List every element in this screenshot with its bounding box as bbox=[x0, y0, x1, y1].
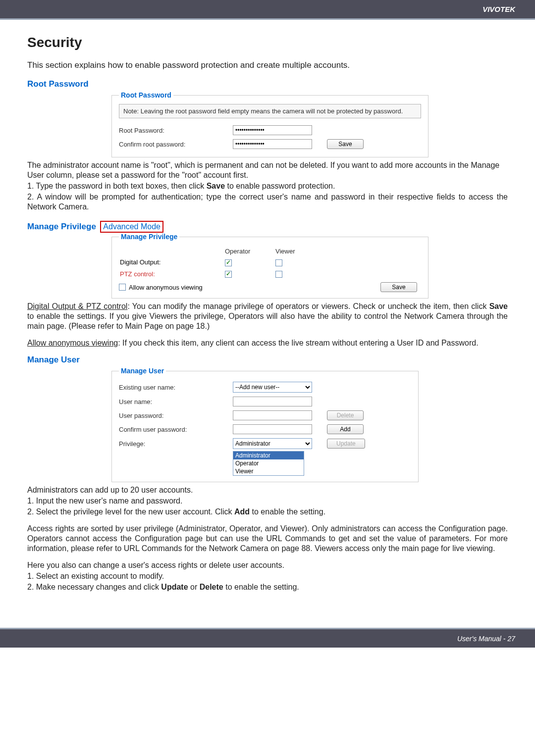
manage-privilege-label: Manage Privilege bbox=[27, 222, 96, 231]
confirm-user-pw-label: Confirm user password: bbox=[119, 426, 233, 433]
header-bar: VIVOTEK bbox=[0, 0, 535, 20]
mu-l5: 1. Select an existing account to modify. bbox=[27, 571, 508, 581]
brand-text: VIVOTEK bbox=[482, 5, 515, 13]
user-password-label: User password: bbox=[119, 412, 233, 419]
operator-header: Operator bbox=[225, 247, 274, 256]
page-content: Security This section explains how to en… bbox=[0, 20, 535, 613]
footer-bar: User's Manual - 27 bbox=[0, 628, 535, 648]
manage-user-fieldset: Manage User Existing user name: --Add ne… bbox=[111, 367, 419, 482]
privilege-option-operator[interactable]: Operator bbox=[233, 459, 304, 467]
ptz-control-label: PTZ control: bbox=[120, 269, 224, 280]
privilege-label: Privilege: bbox=[119, 440, 233, 448]
mu-l1: Administrators can add up to 20 user acc… bbox=[27, 485, 508, 495]
priv-p2: Allow anonymous viewing: If you check th… bbox=[27, 338, 508, 348]
root-pw-p2: 1. Type the password in both text boxes,… bbox=[27, 181, 508, 191]
root-password-section: Root Password bbox=[27, 79, 508, 91]
confirm-user-password-input[interactable] bbox=[233, 424, 312, 434]
user-name-input[interactable] bbox=[233, 397, 312, 406]
privilege-select[interactable]: Administrator bbox=[233, 438, 312, 449]
add-button[interactable]: Add bbox=[327, 424, 364, 434]
manage-privilege-fieldset: Manage Privilege Operator Viewer Digital… bbox=[111, 233, 428, 299]
table-row: PTZ control: bbox=[120, 269, 420, 280]
privilege-dropdown-open[interactable]: Administrator Operator Viewer bbox=[233, 451, 304, 476]
root-password-fieldset: Root Password Note: Leaving the root pas… bbox=[111, 91, 428, 157]
manage-user-legend: Manage User bbox=[119, 367, 166, 375]
root-password-note: Note: Leaving the root password field em… bbox=[119, 104, 421, 118]
mu-l4: Here you also can change a user's access… bbox=[27, 560, 508, 570]
root-password-save-button[interactable]: Save bbox=[327, 139, 364, 149]
digital-output-operator-checkbox[interactable] bbox=[225, 259, 232, 266]
privilege-option-viewer[interactable]: Viewer bbox=[233, 467, 304, 475]
root-password-label: Root Password bbox=[27, 79, 111, 89]
update-button[interactable]: Update bbox=[327, 439, 365, 449]
priv-p1: Digital Output & PTZ control: You can mo… bbox=[27, 302, 508, 331]
table-row: Digital Output: bbox=[120, 257, 420, 268]
manage-privilege-save-button[interactable]: Save bbox=[380, 282, 417, 292]
user-name-label: User name: bbox=[119, 398, 233, 405]
delete-button[interactable]: Delete bbox=[327, 410, 364, 420]
digital-output-label: Digital Output: bbox=[120, 257, 224, 268]
existing-user-label: Existing user name: bbox=[119, 384, 233, 391]
intro-text: This section explains how to enable pass… bbox=[27, 60, 508, 70]
manage-user-body: Administrators can add up to 20 user acc… bbox=[27, 485, 508, 592]
advanced-mode-badge: Advanced Mode bbox=[100, 221, 163, 233]
viewer-header: Viewer bbox=[275, 247, 325, 256]
mu-l3: 2. Select the privilege level for the ne… bbox=[27, 507, 508, 517]
privilege-table: Operator Viewer Digital Output: PTZ cont… bbox=[119, 246, 421, 280]
root-pw-p1: The administrator account name is "root"… bbox=[27, 160, 508, 180]
digital-output-viewer-checkbox[interactable] bbox=[275, 259, 282, 266]
privilege-option-administrator[interactable]: Administrator bbox=[233, 452, 304, 459]
mu-l2: 1. Input the new user's name and passwor… bbox=[27, 496, 508, 506]
manage-privilege-legend: Manage Privilege bbox=[119, 233, 179, 241]
manage-user-label: Manage User bbox=[27, 355, 111, 365]
root-pw-p3: 2. A window will be prompted for authent… bbox=[27, 192, 508, 212]
root-password-input[interactable] bbox=[233, 125, 312, 135]
page-title: Security bbox=[27, 35, 508, 50]
confirm-root-password-input[interactable] bbox=[233, 139, 312, 149]
ptz-viewer-checkbox[interactable] bbox=[275, 271, 282, 278]
existing-user-select[interactable]: --Add new user-- bbox=[233, 382, 312, 393]
footer-text: User's Manual - 27 bbox=[457, 635, 515, 643]
confirm-root-pw-label: Confirm root password: bbox=[119, 141, 233, 148]
manage-user-section: Manage User bbox=[27, 355, 508, 367]
mu-p2: Access rights are sorted by user privile… bbox=[27, 524, 508, 554]
root-password-legend: Root Password bbox=[119, 91, 173, 99]
ptz-operator-checkbox[interactable] bbox=[225, 271, 232, 278]
root-password-body: The administrator account name is "root"… bbox=[27, 160, 508, 212]
mu-l6: 2. Make necessary changes and click Upda… bbox=[27, 582, 508, 592]
allow-anonymous-label: Allow anonymous viewing bbox=[129, 284, 203, 291]
manage-privilege-body: Digital Output & PTZ control: You can mo… bbox=[27, 302, 508, 348]
root-pw-field-label: Root Password: bbox=[119, 127, 233, 134]
user-password-input[interactable] bbox=[233, 410, 312, 420]
allow-anonymous-checkbox[interactable] bbox=[119, 284, 126, 291]
